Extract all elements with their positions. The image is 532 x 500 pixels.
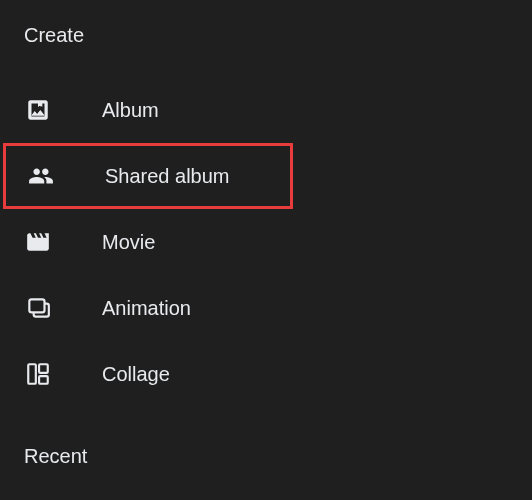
- svg-rect-4: [39, 364, 48, 373]
- menu-item-label: Collage: [102, 363, 170, 386]
- collage-icon: [24, 360, 52, 388]
- menu-item-shared-album[interactable]: Shared album: [3, 143, 293, 209]
- movie-icon: [24, 228, 52, 256]
- menu-item-label: Animation: [102, 297, 191, 320]
- menu-item-label: Shared album: [105, 165, 230, 188]
- menu-item-label: Movie: [102, 231, 155, 254]
- menu-item-movie[interactable]: Movie: [0, 209, 532, 275]
- svg-rect-2: [29, 299, 44, 312]
- svg-rect-3: [28, 364, 36, 384]
- album-icon: [24, 96, 52, 124]
- menu-item-animation[interactable]: Animation: [0, 275, 532, 341]
- svg-rect-5: [39, 376, 48, 384]
- recent-heading: Recent: [0, 445, 532, 468]
- create-heading: Create: [0, 24, 532, 47]
- shared-album-icon: [27, 162, 55, 190]
- menu-item-album[interactable]: Album: [0, 77, 532, 143]
- menu-item-collage[interactable]: Collage: [0, 341, 532, 407]
- animation-icon: [24, 294, 52, 322]
- menu-item-label: Album: [102, 99, 159, 122]
